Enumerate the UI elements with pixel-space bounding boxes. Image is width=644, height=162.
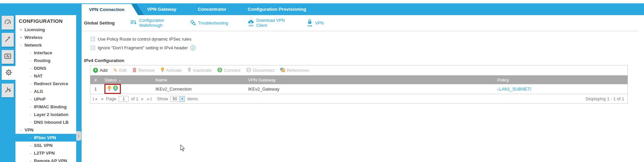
ipv4-configuration-title: IPv4 Configuration <box>82 52 644 65</box>
tab-concentrator[interactable]: Concentrator <box>196 3 228 15</box>
sidebar-item-vpn[interactable]: -VPN <box>15 126 76 134</box>
chevron-left-icon: ‹ <box>78 133 80 138</box>
cloud-download-icon <box>247 19 254 25</box>
policy-link[interactable]: ▪ LAN1_SUBNET/ <box>497 87 531 92</box>
edit-button[interactable]: ✎ Edit <box>113 67 127 73</box>
row-vpn-gateway: IKEv2_Gateway <box>245 87 495 92</box>
last-page-button[interactable]: ▶ <box>147 97 151 101</box>
sidebar-item-l2tp-vpn[interactable]: -L2TP VPN <box>15 149 76 157</box>
sidebar-item-alg[interactable]: -ALG <box>15 88 76 95</box>
maintenance-nav-button[interactable] <box>2 84 14 97</box>
disconnect-globe-icon <box>246 67 251 73</box>
column-header-num[interactable]: # <box>90 77 102 83</box>
row-status-cell <box>102 84 153 94</box>
dashboard-nav-button[interactable] <box>2 16 14 30</box>
row-policy-cell: ▪ LAN1_SUBNET/ <box>495 87 628 92</box>
sidebar-item-network[interactable]: -Network <box>15 41 76 49</box>
icon-caption: VPN <box>308 25 312 28</box>
ipv4-connection-table: + Add ✎ Edit Remove Activate <box>90 65 628 104</box>
add-button[interactable]: + Add <box>93 68 107 73</box>
inactivate-button[interactable]: Inactivate <box>187 67 212 73</box>
references-button[interactable]: References <box>280 67 309 73</box>
sidebar-collapse-handle[interactable]: ‹ <box>76 131 81 141</box>
tab-configuration-provisioning[interactable]: Configuration Provisioning <box>246 3 308 15</box>
disconnect-button[interactable]: Disconnect <box>246 67 274 73</box>
expand-toggle[interactable]: + <box>19 34 23 41</box>
mouse-cursor <box>180 145 185 153</box>
page-size-select[interactable]: 50 ▼ <box>170 96 185 102</box>
gear-icon <box>4 68 13 78</box>
sidebar-item-upnp[interactable]: -UPnP <box>15 95 76 103</box>
main-content: Global Setting Configuration Walkthrough… <box>82 15 644 162</box>
sort-ascending-icon: ▲ <box>119 79 121 82</box>
walkthrough-list-icon <box>130 19 137 26</box>
activate-button[interactable]: Activate <box>160 67 182 73</box>
configuration-walkthrough-link[interactable]: Configuration Walkthrough <box>130 18 170 28</box>
sidebar-item-dns-inbound-lb[interactable]: -DNS Inbound LB <box>15 118 76 126</box>
page-number-input[interactable] <box>119 96 129 102</box>
top-tab-bar: VPN Connection VPN Gateway Concentrator … <box>0 3 644 15</box>
ignore-df-option: Ignore "Don't Fragment" setting in IPv4 … <box>91 43 644 52</box>
sidebar-item-remote-ap-vpn[interactable]: -Remote AP VPN <box>15 157 76 162</box>
collapse-toggle[interactable]: - <box>19 126 23 134</box>
configuration-nav-button[interactable] <box>2 66 15 80</box>
page-of-label: of 1 <box>131 96 138 101</box>
add-icon: + <box>93 68 98 73</box>
references-icon <box>280 67 285 73</box>
monitor-waveform-icon <box>4 52 12 62</box>
policy-route-checkbox[interactable] <box>91 37 95 41</box>
column-header-vpn-gateway[interactable]: VPN Gateway <box>245 77 495 83</box>
global-setting-row: Global Setting Configuration Walkthrough… <box>82 15 639 31</box>
table-header-row: # Status▲ Name VPN Gateway Policy <box>90 75 628 84</box>
sidebar-item-wireless[interactable]: +Wireless <box>15 34 76 41</box>
sidebar-item-layer-2-isolation[interactable]: -Layer 2 Isolation <box>15 111 76 118</box>
page-size-value: 50 <box>171 96 179 102</box>
tab-vpn-connection[interactable]: VPN Connection <box>82 4 138 15</box>
magic-wand-icon <box>4 35 12 45</box>
collapse-toggle[interactable]: - <box>19 41 23 49</box>
lock-icon <box>307 19 313 25</box>
sidebar-item-routing[interactable]: -Routing <box>15 57 76 64</box>
connect-button[interactable]: Connect <box>217 67 240 73</box>
dropdown-arrow-icon: ▼ <box>179 96 185 102</box>
global-setting-label: Global Setting <box>84 20 118 25</box>
column-header-name[interactable]: Name <box>153 77 245 83</box>
column-header-status[interactable]: Status▲ <box>102 77 153 83</box>
sidebar-item-ddns[interactable]: -DDNS <box>15 64 76 72</box>
next-page-button[interactable]: ▶ <box>141 97 144 101</box>
troubleshooting-link[interactable]: Troubleshooting <box>189 19 228 27</box>
table-pagination: ◀ ◀ Page of 1 ▶ ▶ Show 50 ▼ items Displa… <box>90 94 628 103</box>
vpn-link[interactable]: VPN VPN <box>307 19 324 27</box>
row-number: 1 <box>90 87 102 92</box>
sidebar-item-ipsec-vpn[interactable]: -IPSec VPN <box>15 134 76 142</box>
sidebar-item-interface[interactable]: -Interface <box>15 49 76 57</box>
ignore-df-checkbox[interactable] <box>91 46 95 50</box>
sidebar-item-nat[interactable]: -NAT <box>15 72 76 80</box>
object-reference-icon: ▪ <box>497 88 498 91</box>
sidebar-item-licensing[interactable]: +Licensing <box>15 26 76 34</box>
previous-page-button[interactable]: ◀ <box>100 97 104 101</box>
expand-toggle[interactable]: + <box>19 26 23 34</box>
sidebar-title: CONFIGURATION <box>15 15 76 26</box>
setup-wizard-nav-button[interactable] <box>2 33 14 47</box>
page-label: Page <box>106 96 116 101</box>
sidebar-item-ssl-vpn[interactable]: -SSL VPN <box>15 142 76 149</box>
download-vpn-client-link[interactable]: VPN Download VPN Client <box>247 18 287 28</box>
first-page-button[interactable]: ◀ <box>93 97 98 101</box>
policy-route-option: Use Policy Route to control dynamic IPSe… <box>91 35 644 43</box>
monitoring-nav-button[interactable] <box>2 50 14 64</box>
tab-vpn-gateway[interactable]: VPN Gateway <box>145 3 178 15</box>
info-icon[interactable]: i <box>190 45 195 50</box>
sidebar-item-ip-mac-binding[interactable]: -IP/MAC Binding <box>15 103 76 111</box>
displaying-count: Displaying 1 - 1 of 1 <box>586 96 624 101</box>
wrench-icon <box>4 86 12 95</box>
table-row[interactable]: 1 IKEv2_Connection IKEv2_Gateway ▪ LAN1_… <box>90 84 628 94</box>
tab-label: VPN Connection <box>82 4 132 15</box>
remove-icon <box>132 67 137 73</box>
show-label: Show <box>157 96 168 101</box>
remove-button[interactable]: Remove <box>132 67 154 73</box>
items-label: items <box>187 96 198 101</box>
column-header-policy[interactable]: Policy <box>495 77 628 83</box>
configuration-sidebar: CONFIGURATION +Licensing +Wireless -Netw… <box>15 15 76 162</box>
sidebar-item-redirect-service[interactable]: -Redirect Service <box>15 80 76 88</box>
